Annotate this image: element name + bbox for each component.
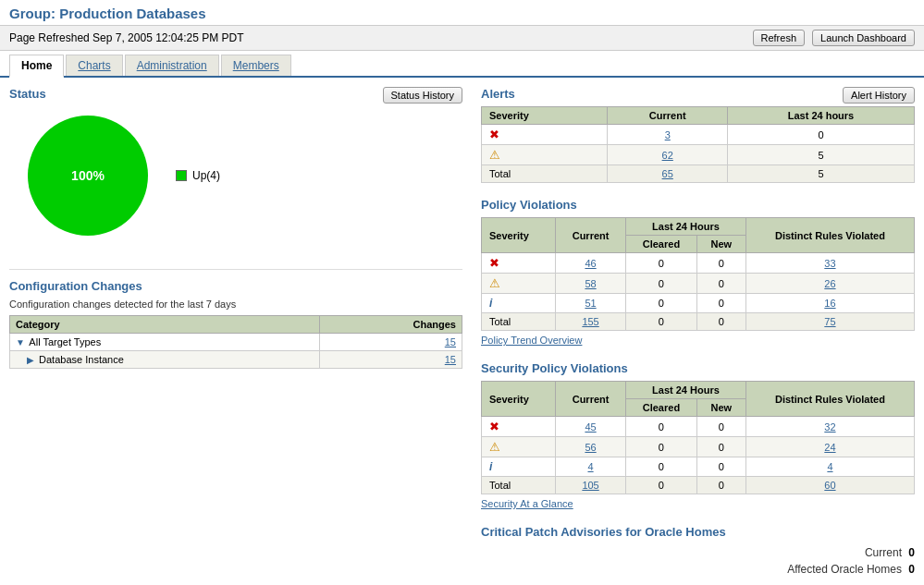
policy-violations-title: Policy Violations	[481, 198, 915, 212]
pv-severity-warning: ⚠	[482, 274, 556, 294]
pv-distinct-warning: 26	[745, 274, 914, 294]
tree-icon-all: ▼	[16, 337, 25, 347]
pv-cleared-error: 0	[626, 253, 697, 274]
pv-distinct-info: 16	[745, 294, 914, 313]
sv-current-error: 45	[556, 417, 626, 437]
pv-distinct-link-info[interactable]: 16	[824, 298, 835, 309]
config-changes-link-all[interactable]: 15	[445, 336, 456, 347]
sv-total-label: Total	[482, 477, 556, 494]
pv-new-info: 0	[696, 294, 745, 313]
pv-total-distinct-link[interactable]: 75	[824, 316, 835, 327]
pv-current-link-warning[interactable]: 58	[585, 278, 596, 289]
sv-current-link-info[interactable]: 4	[587, 461, 593, 472]
right-panel: Alerts Alert History Severity Current La…	[481, 87, 915, 585]
pv-warning-icon: ⚠	[489, 276, 500, 290]
alert-severity-error: ✖	[482, 125, 608, 145]
alert-total-last24: 5	[727, 165, 914, 183]
sv-current-link-warning[interactable]: 56	[585, 442, 596, 453]
sv-distinct-link-warning[interactable]: 24	[824, 442, 835, 453]
error-icon: ✖	[489, 128, 499, 141]
alert-history-button[interactable]: Alert History	[843, 87, 915, 104]
pv-distinct-error: 33	[745, 253, 914, 274]
pv-info-icon: i	[489, 297, 492, 310]
config-col-changes: Changes	[320, 316, 462, 334]
pv-error-icon: ✖	[489, 256, 499, 270]
alert-total-current: 65	[608, 165, 727, 183]
config-col-category: Category	[10, 316, 320, 334]
status-history-button[interactable]: Status History	[383, 87, 462, 104]
sv-col-cleared: Cleared	[626, 399, 697, 417]
sv-severity-error: ✖	[482, 417, 556, 437]
critical-patch-affected-label: Affected Oracle Homes	[787, 563, 902, 576]
alert-row-warning: ⚠ 62 5	[482, 145, 915, 165]
alert-current-warning: 62	[608, 145, 727, 165]
pv-col-current: Current	[556, 218, 626, 253]
policy-trend-link[interactable]: Policy Trend Overview	[481, 335, 582, 346]
page-header: Group: Production Databases	[0, 0, 924, 26]
security-glance-link[interactable]: Security At a Glance	[481, 498, 573, 509]
security-violations-section: Security Policy Violations Severity Curr…	[481, 361, 915, 510]
sv-severity-warning: ⚠	[482, 437, 556, 457]
config-subtitle: Configuration changes detected for the l…	[9, 299, 462, 310]
tab-home[interactable]: Home	[9, 55, 64, 78]
sv-distinct-link-info[interactable]: 4	[827, 461, 832, 472]
pv-current-link-error[interactable]: 46	[585, 258, 596, 269]
alert-last24-error: 0	[727, 125, 914, 145]
refreshed-time: Sep 7, 2005 12:04:25 PM PDT	[92, 31, 243, 44]
pv-distinct-link-warning[interactable]: 26	[824, 278, 835, 289]
security-violations-table: Severity Current Last 24 Hours Distinct …	[481, 381, 915, 494]
pv-distinct-link-error[interactable]: 33	[824, 258, 835, 269]
pv-col-new: New	[696, 236, 745, 253]
config-changes-all: 15	[320, 334, 462, 351]
config-changes-link-db[interactable]: 15	[445, 354, 456, 365]
sv-total-current-link[interactable]: 105	[582, 480, 598, 491]
sv-total-current: 105	[556, 477, 626, 494]
pv-col-last24-header: Last 24 Hours	[626, 218, 746, 236]
sv-info-icon: i	[489, 460, 492, 473]
pv-total-current-link[interactable]: 155	[582, 316, 598, 327]
tab-administration[interactable]: Administration	[125, 55, 219, 76]
config-name-all: All Target Types	[29, 336, 101, 347]
sv-row-warning: ⚠ 56 0 0 24	[482, 437, 915, 457]
sv-distinct-link-error[interactable]: 32	[824, 421, 835, 433]
pv-severity-info: i	[482, 294, 556, 313]
config-row-db: ▶ Database Instance 15	[10, 351, 462, 369]
sv-total-distinct-link[interactable]: 60	[824, 480, 835, 491]
config-title: Configuration Changes	[9, 279, 462, 293]
status-title: Status	[9, 87, 46, 101]
sv-distinct-info: 4	[745, 457, 914, 477]
refresh-button[interactable]: Refresh	[753, 30, 806, 46]
alert-current-link-warning[interactable]: 62	[662, 150, 673, 161]
critical-patch-current-label: Current	[865, 546, 902, 559]
launch-dashboard-button[interactable]: Launch Dashboard	[812, 30, 915, 46]
alert-total-current-link[interactable]: 65	[662, 168, 673, 179]
critical-patch-current-row: Current 0	[481, 544, 915, 561]
sv-row-total: Total 105 0 0 60	[482, 477, 915, 494]
sv-current-link-error[interactable]: 45	[585, 421, 596, 433]
legend-item: Up(4)	[176, 169, 220, 182]
sv-warning-icon: ⚠	[489, 440, 500, 454]
sv-total-new: 0	[696, 477, 745, 494]
pv-total-distinct: 75	[745, 313, 914, 331]
security-violations-title: Security Policy Violations	[481, 361, 915, 375]
left-panel: Status Status History 100% Up(4) Configu…	[9, 87, 462, 585]
sv-error-icon: ✖	[489, 420, 499, 433]
pv-cleared-warning: 0	[626, 274, 697, 294]
sv-current-warning: 56	[556, 437, 626, 457]
refresh-info: Page Refreshed Sep 7, 2005 12:04:25 PM P…	[9, 31, 244, 44]
pv-new-error: 0	[696, 253, 745, 274]
alert-current-link-error[interactable]: 3	[665, 129, 671, 140]
warning-icon: ⚠	[489, 148, 500, 162]
alert-row-error: ✖ 3 0	[482, 125, 915, 145]
refreshed-label: Page Refreshed	[9, 31, 90, 44]
tab-charts[interactable]: Charts	[66, 55, 122, 76]
pie-chart: 100%	[28, 116, 148, 236]
config-category-all: ▼ All Target Types	[10, 334, 320, 351]
sv-distinct-error: 32	[745, 417, 914, 437]
tab-members[interactable]: Members	[221, 55, 291, 76]
pv-col-cleared: Cleared	[626, 236, 697, 253]
critical-patch-section: Critical Patch Advisories for Oracle Hom…	[481, 525, 915, 578]
pv-current-link-info[interactable]: 51	[585, 298, 596, 309]
tree-icon-db: ▶	[27, 355, 34, 365]
config-section: Configuration Changes Configuration chan…	[9, 269, 462, 369]
